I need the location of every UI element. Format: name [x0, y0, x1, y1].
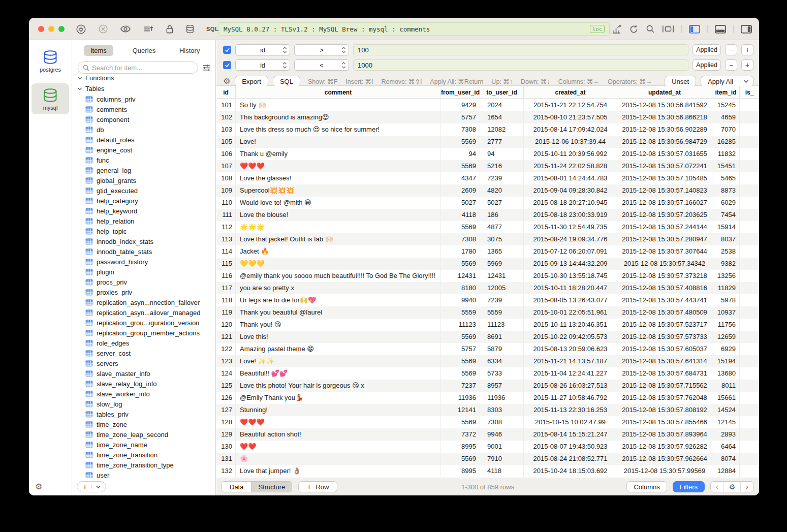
table-row[interactable]: 117you are so pretty x8180120052015-10-1… [216, 282, 759, 294]
cell-from_user_id[interactable]: 5559 [441, 306, 480, 319]
cell-created_at[interactable]: 2015-10-24 18:15:03.692 [524, 465, 617, 477]
cell-to_user_id[interactable]: 4877 [480, 221, 524, 233]
cell-is_[interactable] [740, 380, 759, 392]
cell-id[interactable]: 125 [216, 380, 236, 392]
cell-comment[interactable]: So fly 🙌🏻 [236, 99, 441, 111]
export-button[interactable]: Export [235, 76, 268, 87]
cell-item_id[interactable]: 11756 [712, 319, 740, 331]
sidebar-table-item[interactable]: func [73, 155, 215, 165]
cell-is_[interactable] [740, 111, 759, 123]
sidebar-table-item[interactable]: server_cost [73, 348, 215, 358]
table-row[interactable]: 128❤️❤️❤️556973082015-10-15 10:02:47.992… [216, 416, 759, 428]
cell-updated_at[interactable]: 2015-12-08 15:30:57.072241 [617, 160, 712, 172]
cell-to_user_id[interactable]: 12005 [480, 282, 524, 294]
cell-comment[interactable]: ❤️❤️ [236, 441, 441, 453]
table-row[interactable]: 119Thank you beautiful @laurel5559555920… [216, 306, 759, 319]
cell-created_at[interactable]: 2015-08-24 21:08:52.771 [524, 453, 617, 465]
cell-to_user_id[interactable]: 186 [480, 209, 524, 221]
column-header-created_at[interactable]: created_at [524, 86, 617, 98]
sidebar-table-item[interactable]: servers [73, 358, 215, 368]
cell-updated_at[interactable]: 2015-12-08 15:30:57.962664 [617, 453, 712, 465]
table-row[interactable]: 113Love that jacket! Outfit is fab 🙌🏻730… [216, 233, 759, 245]
cell-is_[interactable] [740, 233, 759, 245]
cell-created_at[interactable]: 2015-10-11 20:39:56.992 [524, 148, 617, 160]
cell-to_user_id[interactable]: 11123 [480, 319, 524, 331]
cell-item_id[interactable]: 13256 [712, 270, 740, 282]
toggle-bottom-panel-icon[interactable] [715, 24, 726, 34]
tab-history[interactable]: History [167, 47, 212, 54]
filter-value-input[interactable] [353, 59, 688, 71]
filter-applied-button[interactable]: Applied [692, 59, 721, 71]
cell-created_at[interactable]: 2015-10-11 13:20:46.351 [524, 319, 617, 331]
cell-updated_at[interactable]: 2015-12-08 15:30:57.808192 [617, 404, 712, 416]
cell-created_at[interactable]: 2015-08-10 21:23:57.505 [524, 111, 617, 123]
cell-comment[interactable]: @emily thank you soooo much beautiful!!!… [236, 270, 441, 282]
connection-plug-icon[interactable] [76, 24, 86, 34]
cell-is_[interactable] [740, 221, 759, 233]
search-icon[interactable] [646, 24, 655, 34]
cell-id[interactable]: 126 [216, 392, 236, 404]
cell-item_id[interactable]: 6929 [712, 343, 740, 355]
cell-updated_at[interactable]: 2015-12-08 15:30:57.280947 [617, 233, 712, 245]
cell-comment[interactable]: Thank you beautiful @laurel [236, 306, 441, 319]
cell-id[interactable]: 102 [216, 111, 236, 123]
cell-comment[interactable]: Love that jacket! Outfit is fab 🙌🏻 [236, 233, 441, 245]
sidebar-table-item[interactable]: replication_group_member_actions [73, 328, 215, 338]
cell-comment[interactable]: you are so pretty x [236, 282, 441, 294]
cell-comment[interactable]: This background is amazing😍 [236, 111, 441, 123]
table-row[interactable]: 130❤️❤️899590012015-08-07 19:43:50.92320… [216, 441, 759, 453]
table-row[interactable]: 125Love this photo! Your hair is gorgeou… [216, 380, 759, 392]
cell-to_user_id[interactable]: 5216 [480, 160, 524, 172]
table-row[interactable]: 129Beautiful action shot!737299462015-08… [216, 428, 759, 441]
table-row[interactable]: 105Love!556927772015-12-06 10:37:39.4420… [216, 136, 759, 148]
add-filter-button[interactable]: + [741, 44, 753, 55]
cell-item_id[interactable]: 16285 [712, 136, 740, 148]
cell-is_[interactable] [740, 428, 759, 441]
sidebar-table-item[interactable]: user [73, 470, 215, 478]
sidebar-table-item[interactable]: procs_priv [73, 277, 215, 287]
cell-id[interactable]: 132 [216, 465, 236, 477]
cell-id[interactable]: 116 [216, 270, 236, 282]
cell-item_id[interactable]: 2538 [712, 245, 740, 258]
cell-to_user_id[interactable]: 9946 [480, 428, 524, 441]
table-row[interactable]: 123Love! ✨✨556963342015-11-21 14:13:57.1… [216, 355, 759, 367]
database-icon[interactable] [185, 24, 195, 34]
cell-is_[interactable] [740, 331, 759, 343]
cell-from_user_id[interactable]: 5757 [441, 343, 480, 355]
next-page-button[interactable]: › [740, 482, 753, 492]
cell-created_at[interactable]: 2015-11-04 12:24:41.227 [524, 367, 617, 380]
cell-is_[interactable] [740, 258, 759, 270]
cell-from_user_id[interactable]: 9940 [441, 294, 480, 306]
cell-is_[interactable] [740, 306, 759, 319]
cell-updated_at[interactable]: 2015-12-08 15:30:57.34342 [617, 258, 712, 270]
cell-created_at[interactable]: 2015-07-12 06:20:07.091 [524, 245, 617, 258]
tree-group-functions[interactable]: Functions [73, 73, 215, 83]
cell-updated_at[interactable]: 2015-12-08 15:30:57.762048 [617, 392, 712, 404]
table-row[interactable]: 121Love this!556986912015-10-22 09:42:05… [216, 331, 759, 343]
column-header-updated_at[interactable]: updated_at [617, 86, 712, 98]
cell-from_user_id[interactable]: 4347 [441, 172, 480, 184]
cell-item_id[interactable]: 15914 [712, 221, 740, 233]
close-window-button[interactable] [38, 26, 44, 32]
table-row[interactable]: 107❤️❤️❤️556952162015-11-24 22:02:58.828… [216, 160, 759, 172]
cell-from_user_id[interactable]: 7308 [441, 233, 480, 245]
apply-all-button[interactable]: Apply All [701, 76, 753, 87]
cell-updated_at[interactable]: 2015-12-08 15:30:57.99569 [617, 465, 712, 477]
cell-from_user_id[interactable]: 5569 [441, 221, 480, 233]
cell-to_user_id[interactable]: 5879 [480, 343, 524, 355]
cell-comment[interactable]: Ur legs are to die for🙌💖 [236, 294, 441, 306]
filter-applied-button[interactable]: Applied [692, 44, 721, 55]
cell-id[interactable]: 101 [216, 99, 236, 111]
cell-is_[interactable] [740, 465, 759, 477]
cell-id[interactable]: 107 [216, 160, 236, 172]
import-lines-icon[interactable] [143, 24, 154, 34]
search-input[interactable] [92, 64, 193, 72]
cell-comment[interactable]: Thank you! 😘 [236, 319, 441, 331]
cell-from_user_id[interactable]: 5027 [441, 197, 480, 209]
sidebar-table-item[interactable]: time_zone_transition [73, 450, 215, 460]
cell-comment[interactable]: Beautiful action shot! [236, 428, 441, 441]
cell-id[interactable]: 130 [216, 441, 236, 453]
sidebar-table-item[interactable]: global_grants [73, 175, 215, 185]
cell-is_[interactable] [740, 453, 759, 465]
cell-created_at[interactable]: 2015-10-11 18:28:20.447 [524, 282, 617, 294]
